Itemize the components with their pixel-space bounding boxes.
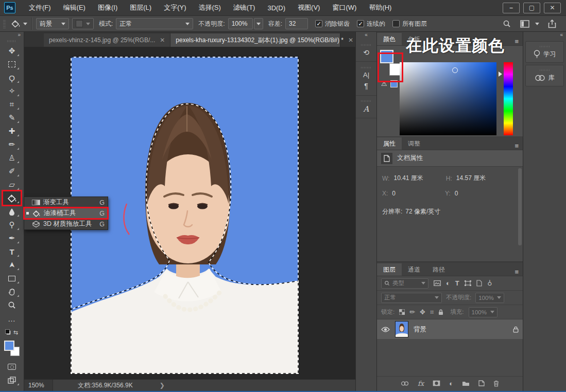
paint-bucket-tool[interactable]	[3, 191, 21, 205]
layer-styles-fx-icon[interactable]: fx	[418, 380, 424, 387]
share-icon[interactable]	[548, 20, 556, 28]
scrollbar-thumb[interactable]	[518, 168, 522, 245]
eraser-tool[interactable]: ▱	[3, 178, 21, 191]
filter-adjustment-layers-icon[interactable]: ◐	[446, 279, 450, 287]
close-button[interactable]: ✕	[544, 3, 561, 13]
tab-channels[interactable]: 通道	[402, 263, 426, 276]
filter-pixel-layers-icon[interactable]	[434, 280, 441, 286]
collapse-chevron-icon[interactable]: «	[356, 32, 376, 39]
lock-all-icon[interactable]	[438, 309, 443, 315]
flyout-item-3d-material-drop-tool[interactable]: 3D 材质拖放工具 G	[24, 219, 108, 229]
tab-color[interactable]: 颜色	[377, 33, 402, 45]
menu-edit[interactable]: 编辑(E)	[57, 0, 92, 15]
quick-mask-mode-button[interactable]	[3, 360, 21, 373]
path-selection-tool[interactable]: ➤	[3, 258, 21, 272]
layer-visibility-eye-icon[interactable]	[381, 327, 390, 332]
tab-adjustments[interactable]: 调整	[402, 137, 426, 150]
new-layer-icon[interactable]	[478, 380, 485, 386]
fill-source-select[interactable]: 前景	[36, 18, 69, 29]
fill-input[interactable]: 100%	[469, 307, 498, 317]
paint-bucket-preset-icon[interactable]	[11, 20, 21, 28]
filter-toggle-pin-icon[interactable]: ⚲	[487, 279, 492, 287]
lasso-tool[interactable]: Ϙ	[3, 71, 21, 84]
maximize-button[interactable]: ▢	[523, 3, 540, 13]
contiguous-checkbox[interactable]: ✓ 连续的	[357, 20, 385, 28]
foreground-background-colors[interactable]	[4, 341, 20, 356]
new-adjustment-layer-icon[interactable]: ◐	[449, 380, 453, 387]
menu-help[interactable]: 帮助(H)	[363, 0, 398, 15]
edit-toolbar-button[interactable]: …	[3, 312, 21, 325]
hue-slider[interactable]	[504, 62, 513, 135]
lock-pixels-icon[interactable]: ✏	[409, 308, 415, 316]
panel-menu-icon[interactable]: ≡	[514, 268, 519, 276]
opacity-dropdown-button[interactable]	[254, 18, 263, 29]
mode-select[interactable]: 正常	[116, 18, 193, 29]
glyphs-panel-icon-button[interactable]: A	[356, 96, 376, 118]
opacity-input[interactable]: 100%	[228, 18, 253, 29]
menu-layer[interactable]: 图层(L)	[124, 0, 158, 15]
all-layers-checkbox[interactable]: ✓ 所有图层	[392, 20, 427, 28]
search-icon[interactable]	[503, 20, 511, 28]
pen-tool[interactable]: ✒	[3, 231, 21, 245]
tab-paths[interactable]: 路径	[426, 263, 451, 276]
libraries-panel-button[interactable]: 库	[525, 65, 564, 86]
screen-mode-button[interactable]	[3, 373, 21, 387]
layer-opacity-input[interactable]: 100%	[475, 293, 504, 303]
zoom-tool[interactable]	[3, 298, 21, 312]
filter-smart-objects-icon[interactable]	[476, 280, 482, 287]
lock-transparency-icon[interactable]	[399, 309, 405, 315]
document-tab-active[interactable]: pexels-kha-ruxury-13134302_副本(1).jpg @ 1…	[170, 33, 340, 47]
history-brush-tool[interactable]: ✐	[3, 165, 21, 178]
quick-selection-tool[interactable]: ✧	[3, 84, 21, 98]
hand-tool[interactable]	[3, 285, 21, 298]
close-icon[interactable]: ✕	[348, 37, 353, 44]
lock-artboard-icon[interactable]: ⌗	[430, 308, 434, 316]
layer-thumbnail[interactable]	[395, 321, 408, 337]
blend-mode-select[interactable]: 正常	[381, 293, 442, 303]
history-panel-icon-button[interactable]: ⟲	[356, 39, 376, 62]
tolerance-input[interactable]: 32	[285, 18, 308, 29]
toolbar-expand-chevron-icon[interactable]: »	[0, 32, 24, 39]
flyout-item-gradient-tool[interactable]: 渐变工具 G	[24, 197, 108, 208]
default-colors-control[interactable]: ⇆	[5, 329, 19, 337]
move-tool[interactable]: ✥	[3, 44, 21, 58]
layer-row-background[interactable]: 背景	[377, 319, 523, 339]
color-field-marker[interactable]	[452, 67, 458, 73]
menu-select[interactable]: 选择(S)	[192, 0, 227, 15]
layer-filter-type-select[interactable]: 类型	[381, 278, 428, 289]
minimize-button[interactable]: –	[503, 3, 520, 13]
pattern-picker[interactable]	[72, 18, 94, 29]
swap-colors-icon[interactable]: ⇆	[13, 329, 18, 336]
tool-preset-caret-icon[interactable]	[23, 23, 27, 25]
flyout-item-paint-bucket-tool[interactable]: 油漆桶工具 G	[24, 208, 108, 219]
character-panel-icon[interactable]: A|	[363, 71, 369, 79]
zoom-level-input[interactable]: 150%	[24, 380, 53, 391]
menu-3d[interactable]: 3D(D)	[261, 0, 291, 15]
eyedropper-tool[interactable]: ✎	[3, 111, 21, 124]
rectangular-marquee-tool[interactable]	[3, 58, 21, 71]
panel-menu-icon[interactable]: ≡	[514, 38, 519, 45]
menu-file[interactable]: 文件(F)	[23, 0, 57, 15]
document-tab-inactive[interactable]: pexels-vhinz-z-145.jpg @ 25%(RGB/...✕	[44, 33, 170, 47]
brush-tool[interactable]: ✏	[3, 138, 21, 151]
clone-stamp-tool[interactable]: ♙	[3, 151, 21, 165]
delete-layer-trash-icon[interactable]	[493, 380, 499, 387]
workspace-switcher-icon[interactable]	[520, 20, 529, 28]
antialias-checkbox[interactable]: ✓ 消除锯齿	[315, 20, 350, 28]
type-tool[interactable]: T	[3, 245, 21, 258]
filter-type-layers-icon[interactable]: T	[455, 279, 459, 287]
menu-window[interactable]: 窗口(W)	[326, 0, 363, 15]
spot-healing-brush-tool[interactable]: ✚	[3, 124, 21, 138]
foreground-color-swatch[interactable]	[4, 341, 14, 351]
status-chevron-icon[interactable]: ❯	[160, 382, 165, 389]
hue-slider-pointer[interactable]	[499, 72, 502, 77]
menu-view[interactable]: 视图(V)	[291, 0, 326, 15]
tab-properties[interactable]: 属性	[377, 137, 402, 150]
workspace-caret-icon[interactable]	[535, 23, 539, 25]
learn-panel-button[interactable]: 学习	[525, 41, 564, 63]
dodge-tool[interactable]: ⚲	[3, 218, 21, 231]
add-layer-mask-icon[interactable]	[433, 380, 440, 386]
menu-filter[interactable]: 滤镜(T)	[227, 0, 262, 15]
collapse-chevron-icon[interactable]: «	[523, 32, 566, 39]
color-field[interactable]	[400, 62, 496, 135]
